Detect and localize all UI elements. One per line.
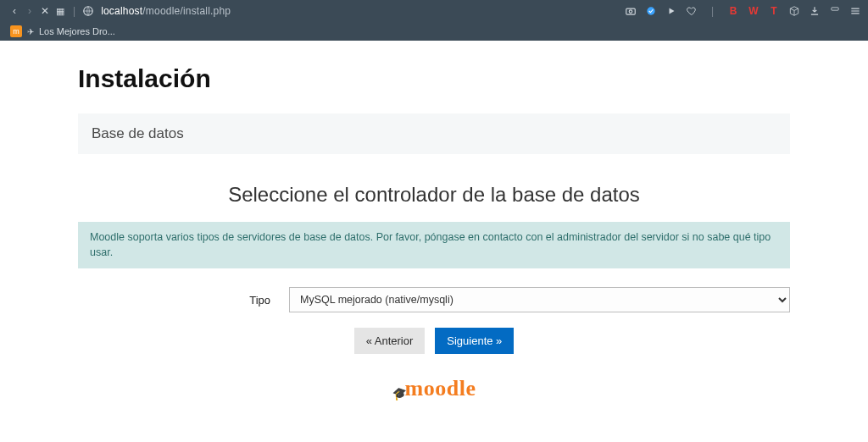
camera-icon[interactable] [625, 5, 637, 17]
nav-back-button[interactable]: ‹ [7, 5, 22, 17]
page-title: Instalación [78, 64, 790, 93]
section-subheading: Seleccione el controlador de la base de … [78, 183, 790, 207]
menu-icon[interactable] [849, 5, 861, 17]
panel-icon[interactable] [829, 5, 841, 17]
form-actions: « Anterior Siguiente » [78, 328, 790, 354]
heart-icon[interactable] [686, 5, 698, 17]
toolbar-separator: | [73, 5, 75, 17]
page-content: Instalación Base de datos Seleccione el … [0, 41, 868, 401]
check-circle-icon[interactable] [645, 5, 657, 17]
next-button[interactable]: Siguiente » [435, 328, 514, 354]
tab-bar: m ✈ Los Mejores Dro... [0, 22, 868, 41]
download-icon[interactable] [809, 5, 821, 17]
ext-icon-t[interactable]: T [768, 5, 780, 17]
tab-title: Los Mejores Dro... [39, 26, 115, 36]
brand-text: moodle [405, 376, 476, 401]
globe-icon [82, 5, 94, 17]
url-bar[interactable]: localhost/moodle/install.php [82, 5, 231, 17]
tab-favicon: m [10, 25, 22, 37]
grid-icon[interactable]: ▦ [53, 6, 68, 17]
url-path: /moodle/install.php [142, 5, 231, 17]
svg-rect-4 [832, 8, 838, 10]
prev-button[interactable]: « Anterior [354, 328, 426, 354]
db-type-select[interactable]: MySQL mejorado (native/mysqli) [289, 287, 790, 312]
info-alert: Moodle soporta varios tipos de servidore… [78, 222, 790, 268]
play-icon[interactable] [665, 5, 677, 17]
nav-forward-button: › [22, 5, 37, 17]
ext-icon-b[interactable]: B [727, 5, 739, 17]
brand-hat-icon: 🎓 [391, 384, 408, 401]
tab-rocket-icon: ✈ [27, 27, 34, 36]
toolbar-right: | B W T [625, 5, 861, 17]
svg-point-2 [629, 10, 632, 13]
toolbar-separator-2: | [711, 5, 714, 17]
card-header: Base de datos [78, 113, 790, 154]
browser-toolbar: ‹ › ✕ ▦ | localhost/moodle/install.php [0, 0, 868, 22]
cube-icon[interactable] [788, 5, 800, 17]
browser-tab[interactable]: m ✈ Los Mejores Dro... [5, 24, 120, 39]
brand-logo: 🎓moodle [78, 376, 790, 401]
nav-close-button[interactable]: ✕ [37, 5, 53, 17]
browser-chrome: ‹ › ✕ ▦ | localhost/moodle/install.php [0, 0, 868, 41]
url-host: localhost [101, 5, 142, 17]
url-text: localhost/moodle/install.php [101, 5, 231, 17]
svg-point-3 [647, 7, 654, 14]
type-label: Tipo [78, 294, 277, 307]
ext-icon-w[interactable]: W [748, 5, 760, 17]
svg-rect-1 [626, 8, 636, 14]
form-row-type: Tipo MySQL mejorado (native/mysqli) [78, 287, 790, 312]
